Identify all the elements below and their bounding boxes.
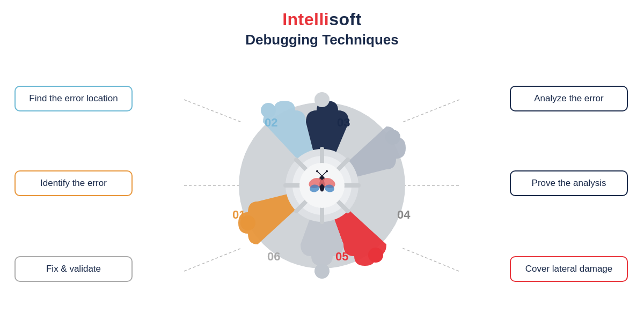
svg-point-23 bbox=[368, 248, 383, 263]
svg-line-1 bbox=[402, 100, 459, 122]
svg-line-29 bbox=[318, 172, 322, 176]
svg-line-0 bbox=[184, 100, 241, 122]
header: Intellisoft Debugging Techniques bbox=[0, 0, 644, 48]
svg-line-5 bbox=[402, 248, 459, 271]
svg-point-22 bbox=[385, 130, 400, 145]
label-cover-damage: Cover lateral damage bbox=[510, 256, 628, 282]
num-02: 02 bbox=[265, 116, 277, 130]
svg-point-32 bbox=[326, 170, 328, 173]
num-03: 03 bbox=[337, 116, 350, 130]
label-identify-error: Identify the error bbox=[14, 170, 133, 196]
brand-soft: soft bbox=[329, 10, 362, 29]
svg-line-4 bbox=[184, 248, 241, 271]
num-06: 06 bbox=[267, 250, 280, 264]
num-01: 01 bbox=[232, 208, 245, 222]
label-prove-analysis: Prove the analysis bbox=[510, 170, 628, 196]
label-fix-validate: Fix & validate bbox=[14, 256, 133, 282]
brand-title: Intellisoft bbox=[0, 10, 644, 29]
main-area: 02 03 01 04 05 06 bbox=[0, 53, 644, 320]
label-analyze-error: Analyze the error bbox=[510, 86, 628, 111]
page-wrapper: Intellisoft Debugging Techniques bbox=[0, 0, 644, 320]
page-subtitle: Debugging Techniques bbox=[0, 32, 644, 48]
svg-line-31 bbox=[322, 172, 326, 176]
svg-point-21 bbox=[314, 92, 330, 107]
num-04: 04 bbox=[397, 208, 410, 222]
bug-icon bbox=[308, 169, 336, 202]
brand-intelli: Intelli bbox=[282, 10, 329, 29]
svg-point-30 bbox=[316, 170, 318, 173]
num-05: 05 bbox=[335, 250, 348, 264]
label-find-error: Find the error location bbox=[14, 86, 133, 111]
svg-point-24 bbox=[314, 264, 330, 279]
